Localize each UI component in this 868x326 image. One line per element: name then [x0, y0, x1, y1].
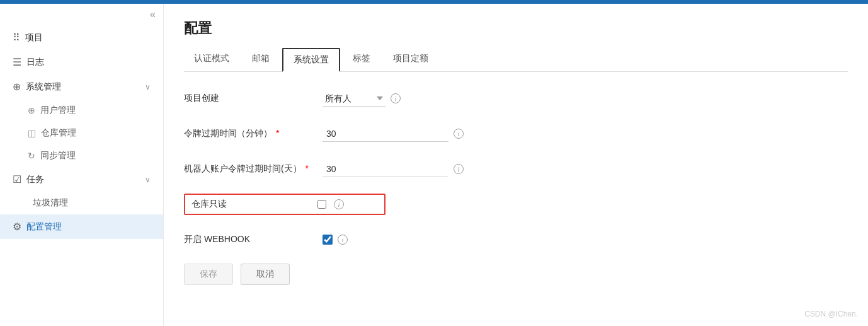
- cancel-button[interactable]: 取消: [241, 264, 290, 285]
- webhook-control: i: [323, 235, 348, 245]
- sidebar-item-user-mgmt[interactable]: ⊕ 用户管理: [0, 99, 163, 122]
- required-mark-robot: *: [306, 163, 309, 173]
- sidebar-item-config[interactable]: ⚙ 配置管理: [0, 214, 163, 239]
- tab-system-settings[interactable]: 系统设置: [282, 48, 340, 72]
- tab-auth[interactable]: 认证模式: [184, 48, 239, 71]
- save-button[interactable]: 保存: [184, 264, 233, 285]
- repo-readonly-checkbox[interactable]: [317, 200, 326, 209]
- sidebar-item-label: 日志: [26, 57, 44, 68]
- system-icon: ⊕: [13, 81, 21, 93]
- sidebar-item-label: 任务: [26, 174, 44, 185]
- token-expiry-control: i: [323, 126, 464, 142]
- sync-mgmt-icon: ↻: [28, 151, 35, 161]
- sidebar-item-system[interactable]: ⊕ 系统管理 ∨: [0, 74, 163, 99]
- sidebar-item-repo-mgmt[interactable]: ◫ 仓库管理: [0, 122, 163, 144]
- robot-token-expiry-control: i: [323, 161, 464, 177]
- sidebar-item-logs[interactable]: ☰ 日志: [0, 50, 163, 74]
- robot-token-expiry-input[interactable]: [323, 161, 448, 177]
- repo-readonly-control: i: [317, 199, 344, 209]
- sidebar-item-label: 项目: [25, 32, 43, 44]
- info-icon-webhook[interactable]: i: [338, 235, 348, 245]
- info-icon-project-creation[interactable]: i: [391, 93, 401, 103]
- sidebar-item-label: 系统管理: [26, 81, 61, 93]
- sidebar-item-label: 配置管理: [26, 221, 62, 233]
- sidebar-sub-label: 同步管理: [40, 150, 76, 161]
- form-section: 项目创建 所有人 管理员 i 令牌过期时间（分钟） * i: [184, 87, 688, 285]
- user-mgmt-icon: ⊕: [28, 105, 35, 115]
- sidebar-item-projects[interactable]: ⠿ 项目: [0, 25, 163, 50]
- projects-icon: ⠿: [13, 32, 20, 44]
- sidebar-sub-label: 用户管理: [40, 105, 76, 116]
- label-webhook: 开启 WEBHOOK: [184, 234, 323, 245]
- info-icon-repo-readonly[interactable]: i: [334, 199, 344, 209]
- project-creation-control: 所有人 管理员 i: [323, 91, 401, 107]
- tabs: 认证模式 邮箱 系统设置 标签 项目定额: [184, 48, 848, 72]
- repo-mgmt-icon: ◫: [28, 128, 36, 138]
- watermark: CSDN @IChen.: [804, 310, 858, 318]
- info-icon-token-expiry[interactable]: i: [454, 129, 464, 139]
- label-robot-token-expiry: 机器人账户令牌过期时间(天） *: [184, 163, 323, 175]
- info-icon-robot-token[interactable]: i: [454, 164, 464, 174]
- form-row-robot-token-expiry: 机器人账户令牌过期时间(天） * i: [184, 158, 688, 180]
- tab-quota[interactable]: 项目定额: [383, 48, 438, 71]
- sidebar: « ⠿ 项目 ☰ 日志 ⊕ 系统管理 ∨ ⊕ 用户管理 ◫ 仓库管理 ↻ 同步管…: [0, 4, 164, 326]
- label-token-expiry: 令牌过期时间（分钟） *: [184, 128, 323, 139]
- button-row: 保存 取消: [184, 264, 688, 285]
- form-row-webhook: 开启 WEBHOOK i: [184, 228, 688, 251]
- logs-icon: ☰: [13, 56, 21, 68]
- readonly-highlighted-row: 仓库只读 i: [184, 194, 385, 215]
- label-project-creation: 项目创建: [184, 93, 323, 104]
- sidebar-item-sync-mgmt[interactable]: ↻ 同步管理: [0, 144, 163, 167]
- collapse-icon: «: [150, 9, 156, 20]
- collapse-button[interactable]: «: [0, 4, 163, 25]
- sidebar-item-tasks[interactable]: ☑ 任务 ∨: [0, 167, 163, 192]
- webhook-checkbox[interactable]: [323, 235, 333, 245]
- form-row-project-creation: 项目创建 所有人 管理员 i: [184, 87, 688, 110]
- tasks-icon: ☑: [13, 173, 21, 185]
- label-repo-readonly: 仓库只读: [191, 199, 317, 210]
- tab-tags[interactable]: 标签: [343, 48, 380, 71]
- config-icon: ⚙: [13, 221, 21, 233]
- token-expiry-input[interactable]: [323, 126, 448, 142]
- tab-email[interactable]: 邮箱: [242, 48, 280, 71]
- sidebar-sub-label: 垃圾清理: [33, 197, 68, 209]
- chevron-down-icon-tasks: ∨: [145, 175, 151, 184]
- project-creation-select[interactable]: 所有人 管理员: [323, 91, 385, 107]
- form-row-token-expiry: 令牌过期时间（分钟） * i: [184, 122, 688, 145]
- sidebar-sub-label: 仓库管理: [41, 127, 76, 139]
- content-area: 配置 认证模式 邮箱 系统设置 标签 项目定额 项目创建: [164, 4, 868, 326]
- required-mark: *: [276, 128, 279, 138]
- page-title: 配置: [184, 19, 848, 38]
- form-row-repo-readonly: 仓库只读 i: [184, 193, 688, 216]
- sidebar-item-gc[interactable]: 垃圾清理: [0, 192, 163, 214]
- chevron-down-icon: ∨: [145, 83, 151, 91]
